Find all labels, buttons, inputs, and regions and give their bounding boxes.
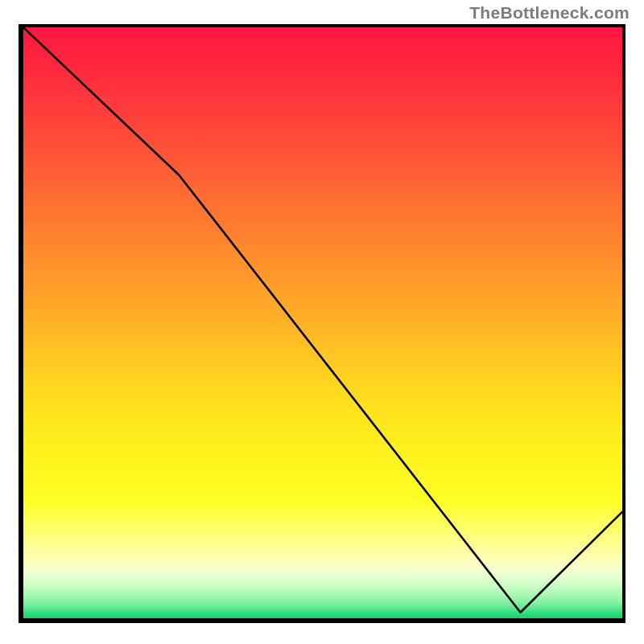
chart-container: TheBottleneck.com [0, 0, 644, 644]
attribution-watermark: TheBottleneck.com [469, 3, 630, 23]
plot-area [19, 24, 625, 623]
bottleneck-line [23, 27, 622, 618]
